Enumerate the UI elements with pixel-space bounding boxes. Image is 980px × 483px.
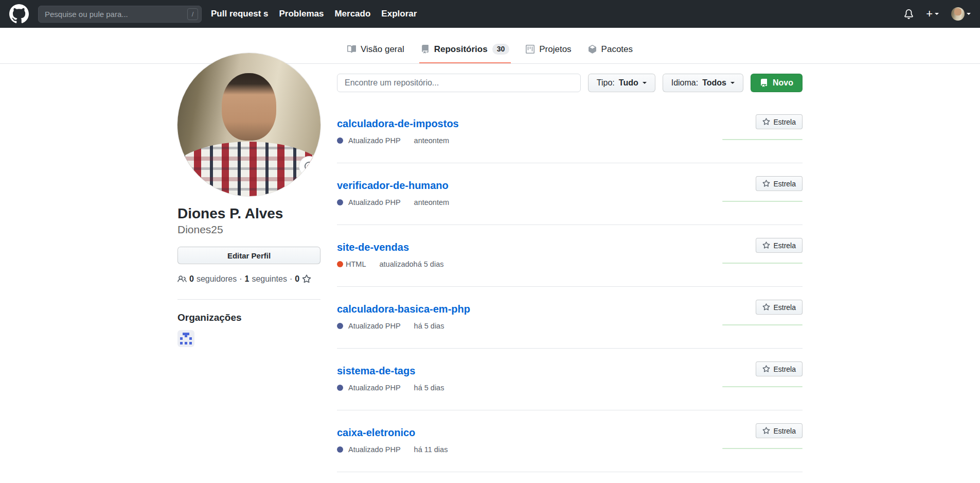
starred-link[interactable]: 0 bbox=[295, 274, 311, 284]
profile-avatar[interactable] bbox=[177, 53, 320, 196]
language-dot-icon bbox=[337, 323, 343, 329]
global-search-input[interactable] bbox=[38, 6, 202, 23]
following-label: seguintes bbox=[252, 274, 287, 284]
star-button-label: Estrela bbox=[773, 118, 796, 126]
repo-link[interactable]: verificador-de-humano bbox=[337, 180, 449, 191]
organization-avatar[interactable] bbox=[177, 330, 194, 347]
star-button[interactable]: Estrela bbox=[756, 238, 803, 253]
activity-sparkline bbox=[722, 324, 803, 325]
new-repository-button[interactable]: Novo bbox=[751, 74, 803, 92]
repo-link[interactable]: sistema-de-tags bbox=[337, 365, 415, 376]
github-logo-icon[interactable] bbox=[9, 4, 29, 24]
set-status-button[interactable] bbox=[299, 156, 319, 177]
following-link[interactable]: 1 seguintes bbox=[245, 274, 287, 284]
project-icon bbox=[526, 45, 534, 54]
star-icon bbox=[762, 365, 770, 373]
sidebar-divider bbox=[177, 299, 320, 300]
global-search: / bbox=[38, 6, 202, 23]
followers-link[interactable]: 0 seguidores bbox=[189, 274, 237, 284]
find-repository-input[interactable] bbox=[337, 74, 581, 92]
star-button-label: Estrela bbox=[773, 427, 796, 435]
tab-overview[interactable]: Visão geral bbox=[346, 44, 406, 63]
repo-row: calculadora-basica-em-php Atualizado PHP… bbox=[337, 287, 803, 349]
dot-separator: · bbox=[239, 274, 242, 284]
repo-updated: anteontem bbox=[414, 198, 450, 206]
star-icon bbox=[762, 303, 770, 311]
repo-meta: Atualizado PHP anteontem bbox=[337, 198, 803, 206]
profile-username: Diones25 bbox=[177, 223, 320, 236]
slash-key-hint: / bbox=[187, 8, 198, 20]
star-button-label: Estrela bbox=[773, 180, 796, 188]
follow-stats: 0 seguidores · 1 seguintes · 0 bbox=[177, 274, 320, 284]
user-menu[interactable] bbox=[951, 7, 971, 21]
caret-down-icon bbox=[935, 13, 939, 15]
language-filter-label: Idioma: bbox=[671, 78, 698, 88]
repo-language: Atualizado PHP bbox=[348, 322, 401, 330]
star-button-label: Estrela bbox=[773, 365, 796, 373]
following-count: 1 bbox=[245, 274, 250, 284]
star-button[interactable]: Estrela bbox=[756, 300, 803, 315]
repo-link[interactable]: calculadora-basica-em-php bbox=[337, 303, 470, 315]
profile-tab-band: Visão geral Repositórios 30 Projetos Pac… bbox=[0, 28, 980, 64]
language-dot-icon bbox=[337, 446, 343, 453]
nav-explore[interactable]: Explorar bbox=[381, 9, 417, 19]
repo-link[interactable]: site-de-vendas bbox=[337, 242, 409, 253]
language-dot-icon bbox=[337, 199, 343, 205]
activity-sparkline bbox=[722, 201, 803, 202]
type-filter-button[interactable]: Tipo: Tudo bbox=[588, 74, 655, 92]
repo-updated: anteontem bbox=[414, 136, 450, 145]
repo-updated: atualizadohá 5 dias bbox=[379, 260, 443, 268]
plus-icon: + bbox=[926, 8, 933, 20]
nav-issues[interactable]: Problemas bbox=[279, 9, 324, 19]
star-button-label: Estrela bbox=[773, 242, 796, 250]
bell-icon[interactable] bbox=[904, 9, 914, 19]
tab-projects[interactable]: Projetos bbox=[524, 44, 573, 63]
repo-updated: há 5 dias bbox=[414, 322, 444, 330]
language-filter-button[interactable]: Idioma: Todos bbox=[663, 74, 743, 92]
star-icon bbox=[762, 118, 770, 126]
star-icon bbox=[762, 242, 770, 249]
star-button-label: Estrela bbox=[773, 303, 796, 312]
repo-link[interactable]: caixa-eletronico bbox=[337, 427, 415, 438]
repo-link[interactable]: calculadora-de-impostos bbox=[337, 118, 459, 129]
language-dot-icon bbox=[337, 385, 343, 391]
profile-tabs: Visão geral Repositórios 30 Projetos Pac… bbox=[346, 44, 634, 63]
dot-separator: · bbox=[290, 274, 292, 284]
nav-pull-requests[interactable]: Pull request s bbox=[211, 9, 268, 19]
tab-label: Visão geral bbox=[361, 44, 404, 55]
star-button[interactable]: Estrela bbox=[756, 423, 803, 438]
repo-language: Atualizado PHP bbox=[348, 198, 401, 206]
tab-repositories[interactable]: Repositórios 30 bbox=[419, 44, 511, 63]
star-button[interactable]: Estrela bbox=[756, 176, 803, 191]
tab-packages[interactable]: Pacotes bbox=[586, 44, 634, 63]
edit-profile-button[interactable]: Editar Perfil bbox=[177, 247, 320, 264]
smiley-icon bbox=[305, 162, 314, 171]
repo-language: Atualizado PHP bbox=[348, 136, 401, 145]
activity-sparkline bbox=[722, 139, 803, 140]
people-icon bbox=[177, 274, 187, 284]
nav-marketplace[interactable]: Mercado bbox=[334, 9, 370, 19]
repo-count-badge: 30 bbox=[492, 44, 510, 55]
star-button[interactable]: Estrela bbox=[756, 361, 803, 376]
header-right: + bbox=[904, 7, 971, 21]
repo-list: calculadora-de-impostos Atualizado PHP a… bbox=[337, 101, 803, 472]
repo-meta: Atualizado PHP há 5 dias bbox=[337, 384, 803, 392]
activity-sparkline bbox=[722, 386, 803, 387]
stars-count: 0 bbox=[295, 274, 299, 284]
caret-down-icon bbox=[643, 82, 647, 84]
repo-meta: Atualizado PHP há 5 dias bbox=[337, 322, 803, 330]
tab-label: Repositórios bbox=[434, 44, 488, 55]
language-filter-value: Todos bbox=[702, 78, 726, 88]
activity-sparkline bbox=[722, 448, 803, 449]
star-icon bbox=[762, 427, 770, 435]
repo-row: caixa-eletronico Atualizado PHP há 11 di… bbox=[337, 410, 803, 472]
org-identicon-icon bbox=[180, 333, 192, 344]
tab-label: Projetos bbox=[539, 44, 571, 55]
repo-row: sistema-de-tags Atualizado PHP há 5 dias… bbox=[337, 349, 803, 410]
language-dot-icon bbox=[337, 137, 343, 144]
caret-down-icon bbox=[730, 82, 735, 84]
star-button[interactable]: Estrela bbox=[756, 114, 803, 129]
repo-icon bbox=[421, 45, 430, 54]
create-new-menu[interactable]: + bbox=[926, 8, 939, 20]
type-filter-value: Tudo bbox=[619, 78, 638, 88]
